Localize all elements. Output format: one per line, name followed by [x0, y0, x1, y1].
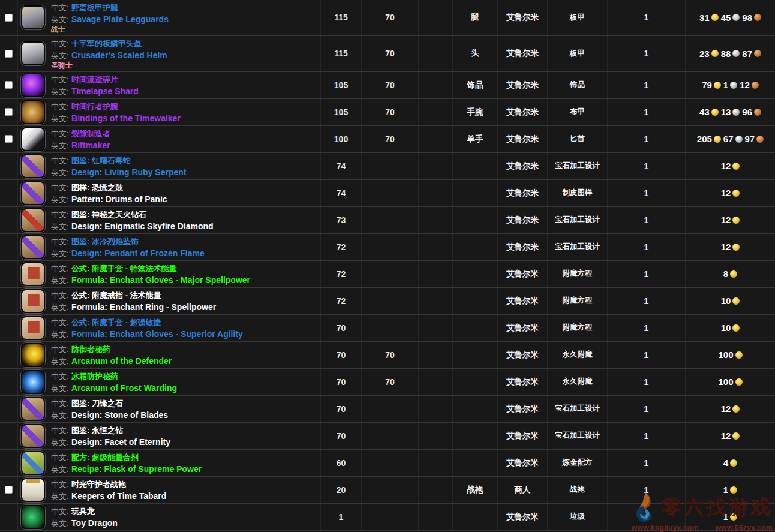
table-row: 中文: 配方: 超级能量合剂 英文: Recipe: Flask of Supr… — [0, 450, 775, 477]
en-label: 英文: — [51, 519, 69, 528]
qty-cell: 1 — [608, 369, 686, 395]
item-name-en[interactable]: Design: Enigmatic Skyfire Diamond — [71, 221, 214, 231]
qty-cell: 1 — [608, 0, 686, 35]
item-name-en[interactable]: Keepers of Time Tabard — [71, 491, 166, 501]
item-name-en[interactable]: Riftmaker — [71, 140, 110, 150]
silver-coin-icon — [735, 136, 743, 143]
item-name-cn[interactable]: 防御者秘药 — [71, 345, 110, 354]
copper-amount: 87 — [742, 49, 752, 59]
slot-cell — [453, 315, 498, 341]
table-row: 中文: 时光守护者战袍 英文: Keepers of Time Tabard 2… — [0, 477, 775, 504]
item-name-cn[interactable]: 裂隙制造者 — [71, 129, 110, 138]
item-name-cn[interactable]: 图鉴: 红曜石毒蛇 — [71, 156, 131, 165]
table-row: 中文: 图鉴: 永恒之钻 英文: Design: Facet of Eterni… — [0, 423, 775, 450]
item-names: 中文: 公式: 附魔手套 - 超强敏捷 英文: Formula: Enchant… — [51, 316, 243, 340]
item-icon — [21, 397, 45, 421]
item-name-en[interactable]: Recipe: Flask of Supreme Power — [71, 464, 202, 474]
item-name-en[interactable]: Crusader's Scaled Helm — [71, 50, 167, 60]
item-name-en[interactable]: Design: Facet of Eternity — [71, 437, 170, 447]
item-cell: 中文: 时光守护者战袍 英文: Keepers of Time Tabard — [18, 477, 321, 503]
item-name-en[interactable]: Bindings of the Timewalker — [71, 113, 181, 123]
item-name-cn[interactable]: 图鉴: 神秘之天火钻石 — [71, 210, 146, 219]
item-level-cell: 20 — [321, 477, 362, 503]
item-name-cn[interactable]: 图鉴: 冰冷烈焰坠饰 — [71, 237, 139, 246]
row-checkbox[interactable] — [5, 81, 13, 89]
item-name-cn[interactable]: 时间行者护腕 — [71, 102, 118, 111]
req-level-cell — [362, 180, 419, 206]
source-cell: 艾鲁尔米 — [498, 450, 548, 476]
source-cell: 艾鲁尔米 — [498, 234, 548, 260]
item-name-en[interactable]: Savage Plate Legguards — [71, 14, 169, 24]
price-cell: 8 — [686, 261, 775, 287]
en-label: 英文: — [51, 411, 69, 420]
gold-amount: 12 — [721, 242, 731, 252]
table-body: 中文: 野蛮板甲护腿 英文: Savage Plate Legguards 战士… — [0, 0, 775, 531]
item-icon — [21, 181, 45, 205]
item-name-cn[interactable]: 图鉴: 刀锋之石 — [71, 399, 123, 408]
item-names: 中文: 配方: 超级能量合剂 英文: Recipe: Flask of Supr… — [51, 451, 202, 475]
item-name-cn[interactable]: 时间流逝碎片 — [71, 75, 118, 84]
cn-label: 中文: — [51, 237, 69, 246]
req-level-cell — [362, 207, 419, 233]
price-segment: 12 — [721, 431, 740, 441]
item-name-cn[interactable]: 野蛮板甲护腿 — [71, 3, 118, 12]
item-icon — [21, 370, 45, 394]
item-name-en[interactable]: Timelapse Shard — [71, 86, 139, 96]
item-name-en[interactable]: Formula: Enchant Gloves - Superior Agili… — [71, 329, 243, 339]
item-name-cn[interactable]: 冰霜防护秘药 — [71, 372, 118, 381]
table-row: 中文: 图鉴: 冰冷烈焰坠饰 英文: Design: Pendant of Fr… — [0, 234, 775, 261]
item-name-en[interactable]: Arcanum of Frost Warding — [71, 383, 177, 393]
item-cell: 中文: 野蛮板甲护腿 英文: Savage Plate Legguards 战士 — [18, 0, 321, 35]
checkbox-cell — [0, 72, 18, 98]
row-checkbox[interactable] — [5, 486, 13, 494]
item-name-cn[interactable]: 公式: 附魔戒指 - 法术能量 — [71, 291, 161, 300]
price-segment: 23 — [699, 49, 719, 59]
req-level-cell — [362, 261, 419, 287]
price-cell: 431396 — [686, 99, 775, 125]
extra-cell — [419, 315, 453, 341]
item-level-cell: 115 — [321, 36, 362, 71]
price-segment: 10 — [721, 323, 740, 333]
extra-cell — [419, 504, 453, 530]
row-checkbox[interactable] — [5, 14, 13, 22]
item-name-en[interactable]: Formula: Enchant Ring - Spellpower — [71, 302, 216, 312]
req-level-cell: 70 — [362, 72, 419, 98]
item-level-cell: 72 — [321, 234, 362, 260]
item-name-cn[interactable]: 配方: 超级能量合剂 — [71, 453, 139, 462]
price-segment: 43 — [699, 107, 719, 117]
cn-label: 中文: — [51, 291, 69, 300]
item-level-cell: 70 — [321, 315, 362, 341]
item-name-cn[interactable]: 公式: 附魔手套 - 特效法术能量 — [71, 264, 177, 273]
qty-cell: 1 — [608, 450, 686, 476]
type-cell: 宝石加工设计 — [548, 207, 608, 233]
price-cell: 2056797 — [686, 126, 775, 152]
item-name-en[interactable]: Arcanum of the Defender — [71, 356, 172, 366]
row-checkbox[interactable] — [5, 108, 13, 116]
item-cell: 中文: 图鉴: 冰冷烈焰坠饰 英文: Design: Pendant of Fr… — [18, 234, 321, 260]
row-checkbox[interactable] — [5, 135, 13, 143]
gold-amount: 100 — [718, 350, 733, 360]
item-name-cn[interactable]: 时光守护者战袍 — [71, 480, 126, 489]
gold-amount: 79 — [702, 80, 712, 90]
item-name-en[interactable]: Formula: Enchant Gloves - Major Spellpow… — [71, 275, 250, 285]
item-name-en[interactable]: Design: Stone of Blades — [71, 410, 168, 420]
table-row: 中文: 野蛮板甲护腿 英文: Savage Plate Legguards 战士… — [0, 0, 775, 36]
qty-cell: 1 — [608, 288, 686, 314]
item-name-cn[interactable]: 图样: 恐慌之鼓 — [71, 183, 123, 192]
item-name-en[interactable]: Toy Dragon — [71, 518, 118, 528]
item-name-en[interactable]: Pattern: Drums of Panic — [71, 194, 167, 204]
slot-cell — [453, 369, 498, 395]
item-names: 中文: 野蛮板甲护腿 英文: Savage Plate Legguards 战士 — [51, 1, 169, 34]
type-cell: 永久附魔 — [548, 369, 608, 395]
row-checkbox[interactable] — [5, 50, 13, 58]
price-cell: 1 — [686, 477, 775, 503]
en-label: 英文: — [51, 465, 69, 474]
item-name-cn[interactable]: 图鉴: 永恒之钻 — [71, 426, 123, 435]
item-name-cn[interactable]: 玩具龙 — [71, 507, 95, 516]
req-level-cell: 70 — [362, 342, 419, 368]
type-cell: 炼金配方 — [548, 450, 608, 476]
item-name-en[interactable]: Design: Living Ruby Serpent — [71, 167, 186, 177]
item-name-en[interactable]: Design: Pendant of Frozen Flame — [71, 248, 205, 258]
item-name-cn[interactable]: 十字军的板鳞甲头盔 — [71, 39, 142, 48]
item-name-cn[interactable]: 公式: 附魔手套 - 超强敏捷 — [71, 318, 161, 327]
